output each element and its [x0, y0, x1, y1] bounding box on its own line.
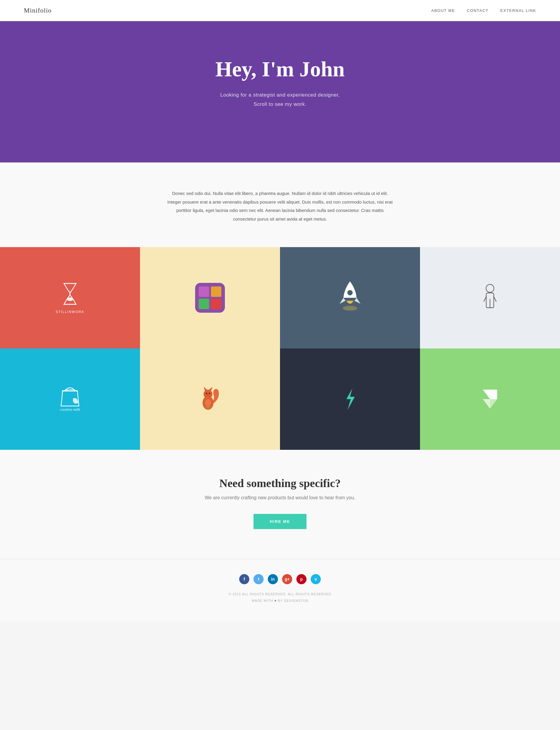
- about-section: Donec sed odio dui. Nulla vitae elit lib…: [0, 162, 560, 247]
- stillinwork-label: STILLINWORK: [56, 310, 85, 313]
- logo: Minifolio: [24, 7, 52, 14]
- vimeo-icon[interactable]: v: [311, 574, 321, 584]
- portfolio-grid: STILLINWORK: [0, 247, 560, 450]
- rocket-icon: [335, 278, 365, 317]
- svg-point-11: [209, 393, 210, 395]
- svg-text:creative milk: creative milk: [60, 407, 80, 412]
- app-quad-3: [199, 299, 209, 309]
- portfolio-cell-lightning[interactable]: [280, 348, 420, 450]
- external-link[interactable]: EXTERNAL LINK: [500, 8, 536, 13]
- svg-point-3: [347, 290, 353, 296]
- app-icon-content: [195, 283, 225, 313]
- twitter-icon[interactable]: t: [253, 574, 264, 584]
- linkedin-icon[interactable]: in: [268, 574, 278, 584]
- cta-subtitle: We are currently crafting new products b…: [12, 495, 548, 501]
- heart-icon: ♥: [274, 599, 278, 602]
- hero-subtitle: Looking for a strategist and experienced…: [12, 91, 548, 109]
- app-quad-1: [199, 286, 209, 297]
- facebook-icon[interactable]: f: [239, 574, 249, 584]
- svg-point-9: [203, 390, 212, 399]
- cta-section: Need something specific? We are currentl…: [0, 450, 560, 559]
- hourglass-icon: [61, 282, 79, 306]
- footer: f t in g+ p v © 2015 ALL RIGHTS RESERVED…: [0, 559, 560, 622]
- creative-milk-content: creative milk: [54, 382, 86, 416]
- svg-point-14: [205, 399, 211, 407]
- about-text: Donec sed odio dui. Nulla vitae elit lib…: [167, 189, 393, 223]
- cta-title: Need something specific?: [12, 477, 548, 490]
- portfolio-cell-rocket[interactable]: [280, 247, 420, 348]
- lightning-icon: [341, 387, 359, 411]
- app-quad-4: [211, 299, 221, 309]
- svg-point-5: [486, 284, 494, 292]
- milk-bucket-icon: creative milk: [54, 382, 86, 415]
- social-icons-container: f t in g+ p v: [12, 574, 548, 584]
- svg-point-10: [206, 393, 207, 395]
- pinterest-icon[interactable]: p: [296, 574, 307, 584]
- stillinwork-content: STILLINWORK: [56, 282, 85, 313]
- navbar: Minifolio ABOUT ME CONTACT EXTERNAL LINK: [0, 0, 560, 21]
- hero-section: Hey, I'm John Looking for a strategist a…: [0, 21, 560, 162]
- svg-point-12: [207, 395, 209, 396]
- nav-links: ABOUT ME CONTACT EXTERNAL LINK: [431, 8, 536, 13]
- hire-me-button[interactable]: HIRE ME: [253, 514, 307, 529]
- app-quad-2: [211, 286, 221, 297]
- squirrel-icon: [197, 384, 223, 414]
- google-plus-icon[interactable]: g+: [282, 574, 292, 584]
- portfolio-cell-stillinwork[interactable]: STILLINWORK: [0, 247, 140, 348]
- rocket-content: [335, 278, 365, 317]
- framer-icon: [480, 387, 500, 411]
- portfolio-cell-person[interactable]: [420, 247, 560, 348]
- contact-link[interactable]: CONTACT: [467, 8, 488, 13]
- copyright-text: © 2015 ALL RIGHTS RESERVED. ALL RIGHTS R…: [229, 592, 332, 596]
- portfolio-cell-creative-milk[interactable]: creative milk: [0, 348, 140, 450]
- hero-title: Hey, I'm John: [12, 57, 548, 82]
- made-with-text: MADE WITH: [252, 599, 273, 602]
- portfolio-cell-framer[interactable]: [420, 348, 560, 450]
- portfolio-cell-app[interactable]: [140, 247, 280, 348]
- svg-point-4: [343, 306, 357, 310]
- footer-copyright: © 2015 ALL RIGHTS RESERVED. ALL RIGHTS R…: [12, 591, 548, 604]
- hero-subtitle-line1: Looking for a strategist and experienced…: [220, 92, 340, 98]
- person-icon: [480, 283, 500, 313]
- hero-subtitle-line2: Scroll to see my work.: [253, 101, 306, 107]
- by-text: BY DESIGNSTUB: [278, 599, 308, 602]
- portfolio-cell-squirrel[interactable]: [140, 348, 280, 450]
- about-me-link[interactable]: ABOUT ME: [431, 8, 455, 13]
- app-icon: [195, 283, 225, 313]
